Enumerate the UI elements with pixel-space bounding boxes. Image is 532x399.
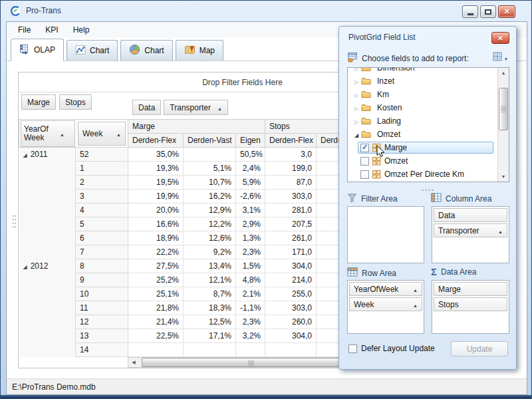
- value-cell[interactable]: 18,3%: [184, 301, 236, 315]
- area-field-button[interactable]: YearOfWeek: [349, 282, 422, 296]
- expanded-group-icon[interactable]: [23, 261, 27, 271]
- value-cell[interactable]: 22,5%: [128, 329, 184, 343]
- value-cell[interactable]: 2,4%: [236, 162, 265, 176]
- value-cell[interactable]: 2,3%: [236, 245, 265, 259]
- value-cell[interactable]: 304,0: [265, 329, 317, 343]
- value-cell[interactable]: 1,3%: [236, 231, 265, 245]
- column-area-box[interactable]: Data Transporter: [432, 206, 509, 263]
- column-header[interactable]: Derden-Flex: [128, 134, 184, 148]
- area-field-button[interactable]: Stops: [434, 297, 507, 311]
- field-checkbox[interactable]: [360, 170, 369, 179]
- tree-item-selbox[interactable]: Omzet: [374, 128, 493, 140]
- year-cell[interactable]: [19, 162, 76, 176]
- data-area-box[interactable]: Marge Stops: [432, 280, 509, 334]
- tree-item-selbox[interactable]: Lading: [374, 115, 493, 127]
- value-cell[interactable]: 13,4%: [184, 259, 236, 273]
- value-cell[interactable]: 16,6%: [128, 217, 184, 231]
- scroll-up-icon[interactable]: ▲: [498, 68, 509, 78]
- week-cell[interactable]: 9: [76, 273, 128, 287]
- value-cell[interactable]: 35,0%: [128, 148, 184, 162]
- week-cell[interactable]: 4: [76, 203, 128, 217]
- tab-map[interactable]: Map: [176, 40, 223, 61]
- value-cell[interactable]: 21,4%: [128, 315, 184, 329]
- column-header[interactable]: Derden-Vast: [184, 134, 236, 148]
- area-field-button[interactable]: Data: [434, 208, 507, 222]
- area-field-button[interactable]: Transporter: [434, 223, 507, 237]
- value-cell[interactable]: 12,5%: [184, 315, 236, 329]
- year-cell[interactable]: [19, 190, 76, 203]
- year-cell[interactable]: [19, 245, 76, 259]
- value-cell[interactable]: 5,1%: [184, 162, 236, 176]
- value-cell[interactable]: 3,2%: [236, 329, 265, 343]
- tree-expander-icon[interactable]: [352, 103, 361, 112]
- week-cell[interactable]: 52: [76, 148, 128, 162]
- tree-item[interactable]: Inzet: [348, 74, 497, 88]
- row-field-week-button[interactable]: Week: [78, 122, 126, 146]
- data-field-button[interactable]: Marge: [21, 94, 56, 110]
- menu-help[interactable]: Help: [66, 23, 97, 37]
- tree-item-selbox[interactable]: Omzet Per Directe Km: [358, 168, 493, 180]
- minimize-button[interactable]: [462, 5, 478, 18]
- title-bar[interactable]: Pro-Trans ✕: [1, 1, 531, 21]
- filter-area-box[interactable]: [347, 206, 424, 263]
- value-cell[interactable]: [236, 343, 265, 357]
- value-cell[interactable]: 255,0: [265, 287, 317, 301]
- band-header-marge[interactable]: Marge: [128, 120, 265, 134]
- week-cell[interactable]: 13: [76, 329, 128, 343]
- panel-splitter-grip[interactable]: [421, 189, 434, 192]
- row-area-box[interactable]: YearOfWeek Week: [347, 280, 424, 334]
- column-header[interactable]: Derden-Flex: [265, 134, 317, 148]
- tree-item[interactable]: Omzet Per Directe Km: [348, 168, 497, 181]
- maximize-button[interactable]: [480, 5, 496, 18]
- value-cell[interactable]: 199,0: [265, 162, 317, 176]
- defer-layout-checkbox[interactable]: [348, 344, 357, 353]
- value-cell[interactable]: 20,0%: [128, 203, 184, 217]
- value-cell[interactable]: 2,9%: [236, 217, 265, 231]
- value-cell[interactable]: 2,1%: [236, 287, 265, 301]
- fieldlist-close-button[interactable]: ✕: [491, 32, 509, 44]
- value-cell[interactable]: 4,8%: [236, 273, 265, 287]
- year-cell[interactable]: [19, 273, 76, 287]
- value-cell[interactable]: [265, 343, 317, 357]
- tree-expander-icon[interactable]: [352, 68, 361, 72]
- tree-expander-icon[interactable]: [352, 76, 361, 86]
- value-cell[interactable]: 2,3%: [236, 315, 265, 329]
- column-field-button[interactable]: Transporter: [164, 100, 228, 115]
- value-cell[interactable]: 50,5%: [236, 148, 265, 162]
- value-cell[interactable]: 22,2%: [128, 245, 184, 259]
- tree-expander-icon[interactable]: [352, 116, 361, 126]
- column-field-button[interactable]: Data: [132, 100, 161, 115]
- value-cell[interactable]: 12,2%: [184, 217, 236, 231]
- value-cell[interactable]: 3,1%: [236, 203, 265, 217]
- tree-item[interactable]: Omzet: [348, 154, 497, 168]
- year-cell[interactable]: 2011: [19, 148, 76, 162]
- tree-item[interactable]: Marge: [348, 141, 497, 154]
- tree-item[interactable]: Lading: [348, 114, 497, 128]
- tab-chart-line[interactable]: Chart: [66, 40, 118, 61]
- layout-selector-button[interactable]: [493, 52, 508, 63]
- value-cell[interactable]: -2,6%: [236, 190, 265, 203]
- week-cell[interactable]: 10: [76, 287, 128, 301]
- value-cell[interactable]: 19,3%: [128, 162, 184, 176]
- year-cell[interactable]: [19, 231, 76, 245]
- value-cell[interactable]: 27,5%: [128, 259, 184, 273]
- scroll-left-icon[interactable]: ◀: [128, 358, 139, 367]
- year-cell[interactable]: 2012: [19, 259, 76, 273]
- value-cell[interactable]: 3,0: [265, 148, 317, 162]
- value-cell[interactable]: 87,0: [265, 176, 317, 190]
- week-cell[interactable]: 6: [76, 231, 128, 245]
- value-cell[interactable]: 21,8%: [128, 301, 184, 315]
- tree-item[interactable]: Kosten: [348, 101, 497, 114]
- value-cell[interactable]: 281,0: [265, 203, 317, 217]
- tree-item-selbox[interactable]: Kosten: [374, 102, 493, 114]
- value-cell[interactable]: 19,9%: [128, 190, 184, 203]
- value-cell[interactable]: 12,9%: [184, 203, 236, 217]
- value-cell[interactable]: 207,5: [265, 217, 317, 231]
- year-cell[interactable]: [19, 301, 76, 315]
- field-checkbox[interactable]: [360, 157, 369, 166]
- value-cell[interactable]: 304,0: [265, 259, 317, 273]
- week-cell[interactable]: 12: [76, 315, 128, 329]
- value-cell[interactable]: 25,1%: [128, 287, 184, 301]
- value-cell[interactable]: [184, 343, 236, 357]
- value-cell[interactable]: 18,9%: [128, 231, 184, 245]
